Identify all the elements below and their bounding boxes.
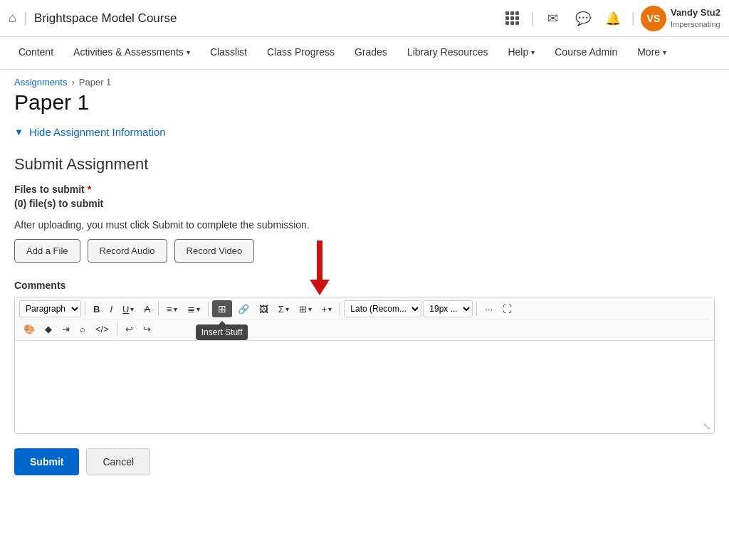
undo-button[interactable]: ↩ bbox=[121, 321, 137, 337]
files-label: Files to submit * bbox=[14, 184, 715, 195]
list-button[interactable]: ≣ ▾ bbox=[183, 301, 204, 317]
add-file-button[interactable]: Add a File bbox=[14, 239, 80, 263]
resize-icon: ⤡ bbox=[703, 421, 711, 432]
hide-info-button[interactable]: ▼ Hide Assignment Information bbox=[14, 126, 715, 138]
upload-note: After uploading, you must click Submit t… bbox=[14, 219, 715, 231]
link-button[interactable]: 🔗 bbox=[234, 301, 253, 317]
table-button[interactable]: ⊞ ▾ bbox=[295, 301, 316, 317]
nav-class-progress[interactable]: Class Progress bbox=[257, 37, 345, 70]
paint-button[interactable]: 🎨 bbox=[19, 321, 39, 337]
nav-content[interactable]: Content bbox=[9, 37, 63, 70]
avatar[interactable]: VS bbox=[641, 6, 666, 31]
chevron-down-icon-help: ▾ bbox=[531, 48, 535, 56]
paragraph-select[interactable]: Paragraph bbox=[19, 300, 81, 317]
action-buttons: Add a File Record Audio Record Video bbox=[14, 239, 715, 263]
breadcrumb: Assignments › Paper 1 bbox=[0, 70, 729, 90]
nav-activities[interactable]: Activities & Assessments ▾ bbox=[63, 37, 200, 70]
more-button[interactable]: ··· bbox=[481, 301, 497, 317]
nav-library-resources[interactable]: Library Resources bbox=[397, 37, 498, 70]
user-role: Impersonating bbox=[671, 19, 720, 29]
divider: | bbox=[23, 10, 27, 26]
chevron-down-icon-more: ▾ bbox=[663, 48, 666, 56]
fullscreen-button[interactable]: ⛶ bbox=[498, 301, 516, 317]
breadcrumb-sep: › bbox=[71, 77, 74, 88]
bold-button[interactable]: B bbox=[89, 301, 104, 317]
mail-icon[interactable]: ✉ bbox=[540, 6, 566, 31]
top-bar: ⌂ | Brightspace Model Course | ✉ 💬 🔔 | V… bbox=[0, 0, 729, 37]
strikethrough-button[interactable]: A bbox=[140, 301, 154, 317]
main-content: Paper 1 ▼ Hide Assignment Information Su… bbox=[0, 90, 729, 490]
insert-stuff-button[interactable]: ⊞ bbox=[212, 300, 232, 317]
triangle-down-icon: ▼ bbox=[14, 127, 23, 137]
nav-bar: Content Activities & Assessments ▾ Class… bbox=[0, 37, 729, 70]
toolbar: Paragraph B I U ▾ A ≡ ▾ ≣ ▾ ⊞ Insert Stu… bbox=[15, 297, 714, 341]
plus-button[interactable]: + ▾ bbox=[318, 301, 337, 317]
bottom-buttons: Submit Cancel bbox=[14, 448, 715, 475]
code-button[interactable]: </> bbox=[91, 321, 113, 337]
resize-handle[interactable]: ⤡ bbox=[15, 419, 714, 433]
nav-help[interactable]: Help ▾ bbox=[498, 37, 545, 70]
insert-stuff-tooltip: Insert Stuff bbox=[196, 324, 248, 340]
editor-wrapper: Paragraph B I U ▾ A ≡ ▾ ≣ ▾ ⊞ Insert Stu… bbox=[14, 297, 715, 434]
page-title: Paper 1 bbox=[14, 90, 715, 115]
editor-area[interactable] bbox=[15, 341, 714, 419]
italic-button[interactable]: I bbox=[105, 301, 117, 317]
course-title: Brightspace Model Course bbox=[34, 11, 177, 26]
align-button[interactable]: ≡ ▾ bbox=[162, 301, 182, 317]
submit-assignment-title: Submit Assignment bbox=[14, 155, 715, 174]
redo-button[interactable]: ↪ bbox=[139, 321, 155, 337]
breadcrumb-current: Paper 1 bbox=[79, 77, 112, 88]
top-bar-right: | ✉ 💬 🔔 | VS Vandy Stu2 Impersonating bbox=[500, 6, 720, 31]
formula-button[interactable]: Σ ▾ bbox=[274, 301, 293, 317]
indent-button[interactable]: ⇥ bbox=[58, 321, 74, 337]
chevron-down-icon: ▾ bbox=[187, 48, 190, 56]
submit-button[interactable]: Submit bbox=[14, 448, 79, 475]
insert-stuff-wrapper: ⊞ Insert Stuff bbox=[212, 300, 232, 317]
toolbar-row-2: 🎨 ◆ ⇥ ⌕ </> ↩ ↪ bbox=[19, 319, 710, 337]
image-button[interactable]: 🖼 bbox=[255, 301, 273, 317]
bell-icon[interactable]: 🔔 bbox=[600, 6, 626, 31]
font-select[interactable]: Lato (Recom... bbox=[344, 300, 421, 317]
breadcrumb-assignments[interactable]: Assignments bbox=[14, 77, 67, 88]
cancel-button[interactable]: Cancel bbox=[86, 448, 150, 475]
record-video-button[interactable]: Record Video bbox=[174, 239, 255, 263]
chat-icon[interactable]: 💬 bbox=[570, 6, 596, 31]
record-audio-button[interactable]: Record Audio bbox=[88, 239, 167, 263]
files-count: (0) file(s) to submit bbox=[14, 198, 715, 209]
separator-2: | bbox=[631, 10, 635, 26]
nav-course-admin[interactable]: Course Admin bbox=[545, 37, 627, 70]
user-name: Vandy Stu2 bbox=[671, 7, 720, 19]
highlight-button[interactable]: ◆ bbox=[41, 321, 56, 337]
required-indicator: * bbox=[88, 184, 91, 195]
hide-info-label[interactable]: Hide Assignment Information bbox=[29, 126, 166, 138]
nav-grades[interactable]: Grades bbox=[345, 37, 397, 70]
toolbar-row-1: Paragraph B I U ▾ A ≡ ▾ ≣ ▾ ⊞ Insert Stu… bbox=[19, 300, 710, 317]
nav-classlist[interactable]: Classlist bbox=[200, 37, 257, 70]
top-bar-left: ⌂ | Brightspace Model Course bbox=[9, 10, 177, 26]
underline-button[interactable]: U ▾ bbox=[118, 301, 138, 317]
comments-label: Comments bbox=[14, 280, 715, 291]
find-button[interactable]: ⌕ bbox=[75, 321, 90, 337]
nav-more[interactable]: More ▾ bbox=[627, 37, 676, 70]
apps-icon[interactable] bbox=[500, 6, 525, 31]
user-info: Vandy Stu2 Impersonating bbox=[671, 7, 720, 29]
home-icon[interactable]: ⌂ bbox=[9, 11, 16, 26]
separator-1: | bbox=[531, 10, 535, 26]
size-select[interactable]: 19px ... bbox=[423, 300, 473, 317]
